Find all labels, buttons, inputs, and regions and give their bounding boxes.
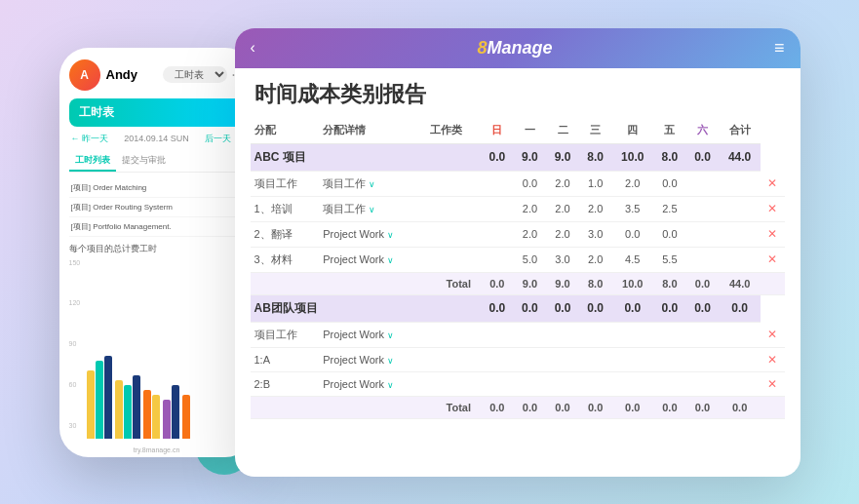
time-cost-table: 分配 分配详情 工作类 日 一 二 三 四 五 六 合计 ABC 项目 0.0	[251, 117, 785, 419]
chart-bar-group	[87, 356, 112, 439]
chevron-down-icon[interactable]: ∨	[387, 230, 394, 240]
chevron-down-icon[interactable]: ∨	[387, 380, 394, 390]
col-header-worktype: 工作类	[426, 117, 481, 144]
row-detail: Project Work ∨	[319, 221, 426, 247]
row-tue	[546, 322, 579, 347]
row-sat	[686, 322, 720, 347]
row-mon	[514, 371, 547, 396]
row-sat	[686, 371, 720, 396]
delete-cell: ✕	[761, 171, 785, 196]
bar	[133, 375, 140, 439]
col-header-total: 合计	[719, 117, 761, 144]
row-worktype	[426, 196, 481, 221]
row-mon: 2.0	[514, 221, 547, 247]
delete-button[interactable]: ✕	[767, 377, 777, 391]
delete-button[interactable]: ✕	[767, 353, 777, 367]
row-thu: 2.0	[611, 171, 653, 196]
group-val-sun: 0.0	[481, 294, 514, 322]
delete-button[interactable]: ✕	[767, 176, 777, 190]
row-tue	[546, 371, 579, 396]
group-val-thu: 0.0	[611, 294, 653, 322]
chart-y-labels: 150 120 90 60 30	[69, 259, 81, 429]
col-header-detail: 分配详情	[319, 117, 426, 144]
delete-button[interactable]: ✕	[767, 252, 777, 266]
tab-submit[interactable]: 提交与审批	[116, 151, 172, 172]
table-row: 项目工作 Project Work ∨ ✕	[251, 322, 785, 347]
row-thu: 0.0	[611, 221, 653, 247]
row-fri: 2.5	[653, 196, 686, 221]
list-item[interactable]: [项目] Order Routing Systerm ›	[69, 198, 245, 217]
row-thu	[611, 371, 653, 396]
avatar: A	[69, 59, 100, 91]
row-wed: 2.0	[579, 247, 612, 272]
menu-icon[interactable]: ≡	[774, 38, 785, 58]
row-tue: 2.0	[546, 196, 579, 221]
row-total	[719, 322, 761, 347]
row-detail: 项目工作 ∨	[319, 171, 426, 196]
row-wed: 1.0	[579, 171, 612, 196]
row-sat	[686, 171, 720, 196]
total-mon: 9.0	[514, 272, 547, 294]
date-prev[interactable]: ← 昨一天	[71, 133, 109, 145]
chevron-down-icon[interactable]: ∨	[369, 205, 375, 214]
bar	[172, 385, 179, 439]
group-val-total: 0.0	[719, 294, 761, 322]
app-logo: 8Manage	[477, 38, 552, 58]
total-wed: 8.0	[579, 272, 612, 294]
row-total	[719, 221, 761, 247]
group-val-wed: 0.0	[579, 294, 612, 322]
row-mon: 0.0	[514, 171, 547, 196]
row-mon	[514, 322, 547, 347]
delete-button[interactable]: ✕	[767, 227, 777, 241]
back-button[interactable]: ‹	[251, 39, 255, 57]
row-worktype	[426, 347, 481, 371]
list-item[interactable]: [项目] Portfolio Management. ›	[69, 217, 245, 237]
row-thu	[611, 347, 653, 371]
delete-button[interactable]: ✕	[767, 202, 777, 215]
chart-bar-group	[163, 385, 179, 439]
row-detail: Project Work ∨	[319, 247, 426, 272]
total-label: Total	[251, 396, 482, 418]
row-detail: Project Work ∨	[319, 347, 426, 371]
table-row: 1、培训 项目工作 ∨ 2.0 2.0 2.0 3.5 2.5 ✕	[251, 196, 785, 221]
group-total-abc: Total 0.0 9.0 9.0 8.0 10.0 8.0 0.0 44.0	[251, 272, 785, 294]
list-item-text: [项目] Order Routing Systerm	[71, 202, 173, 213]
timesheet-select[interactable]: 工时表	[163, 66, 227, 83]
list-item[interactable]: [项目] Order Matching ›	[69, 178, 245, 198]
chart-bar-group	[115, 375, 140, 439]
group-name-ab: AB团队项目	[251, 294, 482, 322]
bar	[163, 400, 171, 439]
row-name: 项目工作	[251, 171, 320, 196]
delete-button[interactable]: ✕	[767, 328, 777, 341]
row-wed: 3.0	[579, 221, 612, 247]
row-thu: 3.5	[611, 196, 653, 221]
row-mon: 2.0	[514, 196, 547, 221]
chevron-down-icon[interactable]: ∨	[387, 330, 394, 340]
total-sun: 0.0	[481, 396, 514, 418]
row-detail: 项目工作 ∨	[319, 196, 426, 221]
tab-timesheet[interactable]: 工时列表	[69, 151, 116, 172]
bar	[143, 390, 151, 439]
group-val-sun: 0.0	[481, 143, 514, 171]
delete-cell: ✕	[761, 196, 785, 221]
col-header-thu: 四	[611, 117, 653, 144]
chevron-down-icon[interactable]: ∨	[369, 179, 375, 189]
table-row: 项目工作 项目工作 ∨ 0.0 2.0 1.0 2.0 0.0 ✕	[251, 171, 785, 196]
bar	[96, 361, 103, 439]
row-sat	[686, 221, 720, 247]
row-sun	[481, 322, 514, 347]
row-sun	[481, 247, 514, 272]
total-label: Total	[251, 272, 482, 294]
table-row: 2、翻译 Project Work ∨ 2.0 2.0 3.0 0.0 0.0 …	[251, 221, 785, 247]
total-sat: 0.0	[686, 272, 720, 294]
row-sun	[481, 221, 514, 247]
chevron-down-icon[interactable]: ∨	[387, 356, 394, 366]
bar	[182, 395, 190, 439]
chevron-down-icon[interactable]: ∨	[387, 255, 394, 265]
main-panel: ‹ 8Manage ≡ 时间成本类别报告 分配 分配详情 工作类 日 一 二 三…	[235, 28, 800, 477]
row-tue: 2.0	[546, 221, 579, 247]
row-sat	[686, 347, 720, 371]
delete-cell: ✕	[761, 322, 785, 347]
table-container[interactable]: 分配 分配详情 工作类 日 一 二 三 四 五 六 合计 ABC 项目 0.0	[235, 117, 800, 477]
row-worktype	[426, 247, 481, 272]
